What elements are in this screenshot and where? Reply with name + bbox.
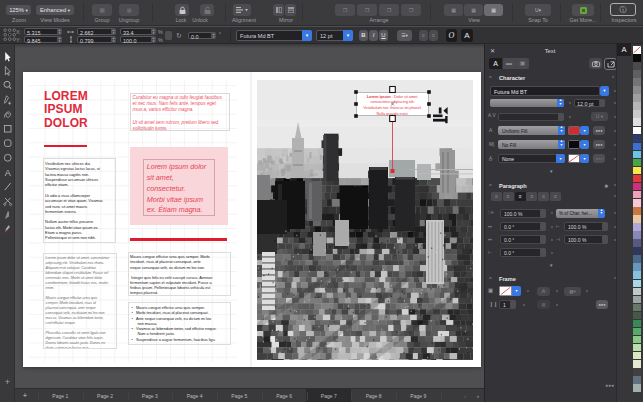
svg-text:+: +	[5, 377, 10, 387]
svg-text:A: A	[5, 168, 11, 178]
